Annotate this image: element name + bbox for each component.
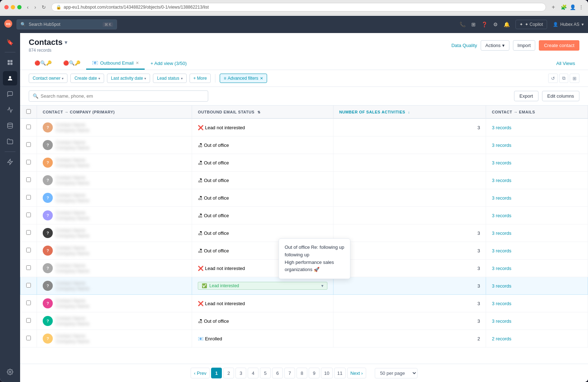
all-views-button[interactable]: All Views	[552, 58, 579, 69]
company-name[interactable]: Company Name	[56, 251, 89, 256]
company-name[interactable]: Company Name	[56, 233, 89, 238]
records-link[interactable]: 2 records	[492, 336, 511, 341]
row-checkbox[interactable]	[26, 213, 31, 217]
sidebar-item-reports[interactable]	[3, 103, 17, 117]
tab-view1[interactable]: 🔴🔍🔑	[29, 57, 57, 70]
company-name[interactable]: Company Name	[56, 180, 89, 186]
records-link[interactable]: 3 records	[492, 178, 511, 183]
sidebar-item-contacts[interactable]	[3, 71, 17, 85]
row-checkbox[interactable]	[26, 318, 31, 323]
select-all-checkbox[interactable]	[26, 109, 31, 114]
sales-activities-sort-icon[interactable]: ↓	[408, 110, 410, 114]
page-7-button[interactable]: 7	[284, 368, 295, 378]
contact-owner-filter[interactable]: Contact owner ▾	[29, 74, 67, 83]
records-link[interactable]: 3 records	[492, 195, 511, 201]
sidebar-item-integrations[interactable]	[3, 155, 17, 169]
advanced-filters-close[interactable]: ✕	[260, 76, 263, 81]
page-2-button[interactable]: 2	[223, 368, 234, 378]
layout-button[interactable]: ⊞	[570, 74, 579, 83]
status-dropdown-arrow[interactable]: ▾	[321, 283, 323, 288]
hubspot-logo[interactable]: HS	[4, 20, 12, 29]
maximize-dot[interactable]	[17, 5, 22, 9]
row-checkbox[interactable]	[26, 248, 31, 252]
company-name[interactable]: Company Name	[56, 303, 89, 309]
page-8-button[interactable]: 8	[297, 368, 307, 378]
lead-interested-badge[interactable]: ✅Lead interested▾	[198, 282, 327, 290]
records-link[interactable]: 3 records	[492, 213, 511, 218]
contact-name[interactable]: Contact Name	[56, 192, 85, 198]
page-6-button[interactable]: 6	[272, 368, 283, 378]
page-10-button[interactable]: 10	[321, 368, 332, 378]
contact-name[interactable]: Contact Name	[56, 140, 85, 145]
actions-button[interactable]: Actions ▾	[481, 40, 509, 51]
sidebar-item-database[interactable]	[3, 118, 17, 133]
sidebar-item-settings[interactable]	[3, 365, 17, 379]
new-tab-button[interactable]: +	[550, 3, 557, 11]
company-name[interactable]: Company Name	[56, 286, 89, 291]
contact-name[interactable]: Contact Name	[56, 175, 85, 180]
advanced-filters-button[interactable]: ≡ Advanced filters ✕	[220, 74, 267, 83]
contact-name[interactable]: Contact Name	[56, 122, 85, 127]
outbound-tab-close[interactable]: ✕	[136, 61, 139, 65]
more-options-button[interactable]: ⋮	[579, 4, 584, 10]
back-button[interactable]: ‹	[25, 4, 31, 11]
contact-name[interactable]: Contact Name	[56, 228, 85, 233]
page-1-button[interactable]: 1	[211, 368, 222, 378]
row-checkbox[interactable]	[26, 230, 31, 235]
records-link[interactable]: 3 records	[492, 266, 511, 271]
global-search[interactable]: 🔍 Search HubSpot ⌘ K	[17, 19, 117, 29]
page-11-button[interactable]: 11	[334, 368, 346, 378]
edit-columns-button[interactable]: Edit columns	[542, 91, 579, 101]
contact-name[interactable]: Contact Name	[56, 298, 85, 303]
per-page-select[interactable]: 50 per page 100 per page 25 per page	[375, 368, 417, 378]
contact-name[interactable]: Contact Name	[56, 157, 85, 163]
next-page-button[interactable]: Next ›	[347, 368, 366, 378]
records-link[interactable]: 3 records	[492, 160, 511, 166]
row-checkbox[interactable]	[26, 265, 31, 270]
search-input[interactable]	[41, 93, 204, 99]
email-status-sort-icon[interactable]: ⇅	[257, 110, 261, 114]
help-icon[interactable]: ❓	[481, 22, 487, 27]
row-checkbox[interactable]	[26, 177, 31, 182]
search-box[interactable]: 🔍	[29, 90, 208, 102]
data-quality-link[interactable]: Data Quality	[451, 43, 477, 48]
sidebar-item-bookmark[interactable]: 🔖	[3, 35, 17, 49]
row-checkbox[interactable]	[26, 336, 31, 340]
row-checkbox[interactable]	[26, 125, 31, 129]
company-name[interactable]: Company Name	[56, 127, 89, 133]
sidebar-item-home[interactable]	[3, 55, 17, 70]
contact-name[interactable]: Contact Name	[56, 280, 85, 286]
row-checkbox[interactable]	[26, 160, 31, 164]
row-checkbox[interactable]	[26, 283, 31, 288]
create-contact-button[interactable]: Create contact	[539, 40, 579, 51]
refresh-button[interactable]: ↻	[40, 4, 48, 11]
bell-icon[interactable]: 🔔	[504, 22, 510, 27]
row-checkbox[interactable]	[26, 195, 31, 200]
grid-icon[interactable]: ⊞	[471, 22, 476, 27]
page-9-button[interactable]: 9	[309, 368, 319, 378]
settings-icon[interactable]: ⚙	[493, 22, 498, 27]
records-link[interactable]: 3 records	[492, 230, 511, 236]
export-button[interactable]: Export	[514, 91, 538, 101]
records-link[interactable]: 3 records	[492, 248, 511, 253]
undo-button[interactable]: ↺	[548, 74, 558, 83]
records-link[interactable]: 3 records	[492, 143, 511, 148]
contact-name[interactable]: Contact Name	[56, 333, 85, 339]
company-name[interactable]: Company Name	[56, 215, 89, 221]
last-activity-date-filter[interactable]: Last activity date ▾	[107, 74, 150, 83]
more-filters-button[interactable]: + More	[190, 74, 211, 83]
contact-name[interactable]: Contact Name	[56, 245, 85, 251]
sidebar-item-files[interactable]	[3, 134, 17, 149]
records-link[interactable]: 3 records	[492, 283, 511, 289]
import-button[interactable]: Import	[513, 40, 536, 51]
add-view-button[interactable]: + Add view (3/50)	[146, 58, 191, 69]
company-name[interactable]: Company Name	[56, 268, 89, 274]
page-5-button[interactable]: 5	[260, 368, 271, 378]
create-date-filter[interactable]: Create date ▾	[70, 74, 104, 83]
company-name[interactable]: Company Name	[56, 198, 89, 203]
phone-icon[interactable]: 📞	[459, 22, 466, 27]
title-dropdown-icon[interactable]: ▾	[65, 39, 67, 45]
address-bar[interactable]: 🔒 app-eu1.hubspot.com/contacts/143488229…	[51, 3, 546, 11]
page-3-button[interactable]: 3	[235, 368, 246, 378]
minimize-dot[interactable]	[11, 5, 15, 9]
